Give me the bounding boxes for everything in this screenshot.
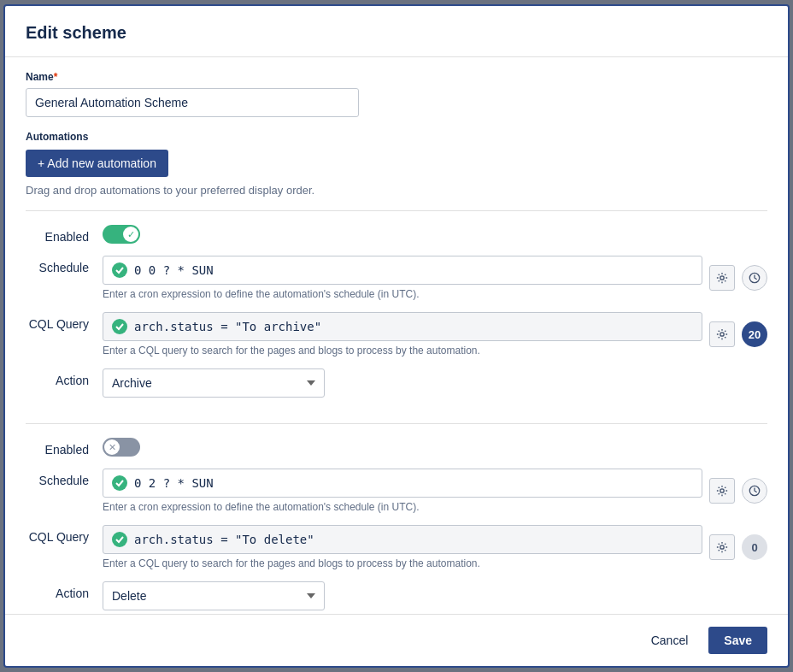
action-label-2: Action [26, 581, 103, 600]
action-row-2: Action Archive Delete Restrict Notify [26, 581, 767, 610]
cql-input-2[interactable]: arch.status = "To delete" [103, 525, 702, 554]
schedule-col-1: 0 0 ? * SUN Enter a cron expression to d… [103, 256, 702, 300]
modal-overlay: Edit scheme Name* Automations + Add new … [0, 0, 793, 672]
cql-hint-1: Enter a CQL query to search for the page… [103, 345, 702, 357]
enabled-row-2: Enabled ✕ [26, 438, 767, 457]
cql-valid-icon-2 [112, 532, 127, 547]
action-content-2: Archive Delete Restrict Notify [103, 581, 767, 610]
toggle-knob-2: ✕ [104, 439, 120, 455]
cql-input-1[interactable]: arch.status = "To archive" [103, 312, 702, 341]
schedule-hint-1: Enter a cron expression to define the au… [103, 288, 702, 300]
action-row-1: Action Archive Delete Restrict Notify [26, 368, 767, 398]
enabled-content-2: ✕ [103, 438, 767, 457]
enabled-label-2: Enabled [26, 438, 103, 457]
name-field-group: Name* [26, 71, 767, 117]
cql-count-badge-2: 0 [742, 534, 767, 560]
automations-label: Automations [26, 131, 767, 143]
enabled-toggle-2[interactable]: ✕ [103, 438, 140, 457]
cql-col-1: arch.status = "To archive" Enter a CQL q… [103, 312, 702, 357]
schedule-label-2: Schedule [26, 469, 103, 487]
cancel-button[interactable]: Cancel [639, 627, 701, 654]
cql-label-1: CQL Query [26, 312, 103, 331]
cql-text-2: arch.status = "To delete" [134, 533, 314, 546]
add-automation-button[interactable]: + Add new automation [26, 150, 168, 177]
cron-valid-icon-1 [112, 262, 127, 278]
cql-col-2: arch.status = "To delete" Enter a CQL qu… [103, 525, 702, 569]
schedule-row-1: Schedule 0 0 ? * SUN Enter a cron expres… [26, 256, 767, 300]
name-input[interactable] [26, 88, 359, 117]
svg-point-3 [720, 489, 724, 492]
automation-block-2: Enabled ✕ Schedule [26, 423, 767, 614]
action-label-1: Action [26, 368, 103, 387]
cron-text-2: 0 2 ? * SUN [134, 476, 214, 490]
drag-hint: Drag and drop automations to your prefer… [26, 184, 767, 197]
schedule-clock-btn-2[interactable] [742, 478, 767, 504]
action-select-1[interactable]: Archive Delete Restrict Notify [103, 368, 325, 398]
schedule-row-2: Schedule 0 2 ? * SUN Enter a cron expres… [26, 469, 767, 513]
automation-block-1: Enabled ✓ Schedule [26, 210, 767, 423]
action-select-2[interactable]: Archive Delete Restrict Notify [103, 581, 325, 610]
svg-point-2 [720, 333, 724, 336]
name-label: Name* [26, 71, 767, 83]
cql-settings-btn-1[interactable] [709, 321, 735, 347]
cron-text-1: 0 0 ? * SUN [134, 263, 214, 277]
schedule-content-2: 0 2 ? * SUN Enter a cron expression to d… [103, 469, 767, 513]
cql-row-1: CQL Query arch.status = "To archive" Ent… [26, 312, 767, 357]
enabled-content-1: ✓ [103, 225, 767, 244]
schedule-input-2[interactable]: 0 2 ? * SUN [103, 469, 702, 498]
action-content-1: Archive Delete Restrict Notify [103, 368, 767, 398]
cql-hint-2: Enter a CQL query to search for the page… [103, 557, 702, 569]
automations-section: Automations + Add new automation Drag an… [26, 131, 767, 197]
cql-text-1: arch.status = "To archive" [134, 320, 321, 333]
cql-row-2: CQL Query arch.status = "To delete" Ente… [26, 525, 767, 569]
schedule-col-2: 0 2 ? * SUN Enter a cron expression to d… [103, 469, 702, 513]
schedule-settings-btn-1[interactable] [709, 265, 735, 291]
enabled-row-1: Enabled ✓ [26, 225, 767, 244]
cql-content-1: arch.status = "To archive" Enter a CQL q… [103, 312, 767, 357]
enabled-label-1: Enabled [26, 225, 103, 244]
schedule-content-1: 0 0 ? * SUN Enter a cron expression to d… [103, 256, 767, 300]
cron-valid-icon-2 [112, 475, 127, 491]
modal-body: Name* Automations + Add new automation D… [5, 57, 788, 614]
svg-point-0 [720, 276, 724, 280]
modal: Edit scheme Name* Automations + Add new … [3, 4, 790, 668]
save-button[interactable]: Save [708, 627, 767, 654]
enabled-toggle-1[interactable]: ✓ [103, 225, 140, 244]
modal-footer: Cancel Save [5, 614, 788, 666]
cql-count-badge-1: 20 [742, 321, 767, 347]
cql-valid-icon-1 [112, 319, 127, 334]
schedule-input-1[interactable]: 0 0 ? * SUN [103, 256, 702, 285]
schedule-settings-btn-2[interactable] [709, 478, 735, 504]
schedule-clock-btn-1[interactable] [742, 265, 767, 291]
toggle-knob-1: ✓ [123, 227, 138, 242]
cql-content-2: arch.status = "To delete" Enter a CQL qu… [103, 525, 767, 569]
cql-settings-btn-2[interactable] [709, 534, 735, 560]
schedule-label-1: Schedule [26, 256, 103, 274]
modal-title: Edit scheme [5, 6, 788, 57]
schedule-hint-2: Enter a cron expression to define the au… [103, 501, 702, 513]
cql-label-2: CQL Query [26, 525, 103, 544]
svg-point-5 [720, 545, 724, 549]
